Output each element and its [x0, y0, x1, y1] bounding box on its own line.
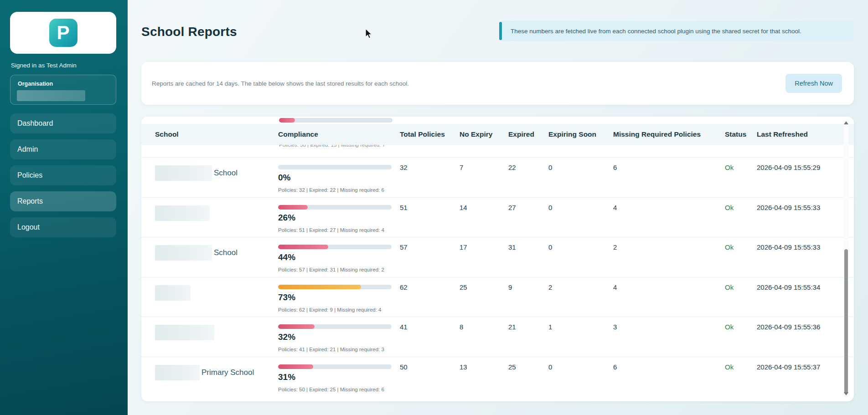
- last-refreshed-value: 2026-04-09 15:55:37: [757, 357, 830, 371]
- compliance-bar-track: [278, 285, 392, 289]
- refresh-now-button[interactable]: Refresh Now: [785, 74, 842, 93]
- total-policies-value: 62: [400, 277, 460, 291]
- expiring-soon-value: 0: [548, 158, 613, 171]
- compliance-cell: 0% Policies: 32 | Expired: 22 | Missing …: [278, 158, 400, 193]
- school-name-suffix[interactable]: Primary School: [202, 365, 254, 380]
- table-scrollbar[interactable]: [843, 119, 849, 397]
- compliance-cell: 31% Policies: 50 | Expired: 25 | Missing…: [278, 357, 400, 392]
- compliance-bar-fill: [278, 364, 313, 369]
- no-expiry-value: 14: [460, 198, 508, 211]
- table-row: 73% Policies: 62 | Expired: 9 | Missing …: [141, 277, 854, 317]
- school-cell[interactable]: School: [155, 237, 278, 261]
- table-row: School 44% Policies: 57 | Expired: 31 | …: [141, 237, 854, 277]
- sidebar-item-policies[interactable]: Policies: [10, 165, 116, 185]
- scrollbar-down-arrow-icon[interactable]: [844, 392, 848, 395]
- compliance-caption: Policies: 32 | Expired: 22 | Missing req…: [278, 187, 400, 193]
- expired-value: 22: [508, 158, 548, 171]
- school-name-suffix[interactable]: School: [214, 165, 238, 181]
- compliance-bar-track: [278, 245, 392, 249]
- organisation-value-redacted: [17, 90, 85, 101]
- sidebar-item-reports[interactable]: Reports: [10, 191, 116, 211]
- partial-row-caption-clipped: Policies: 58 | Expired: 15 | Missing req…: [279, 145, 470, 150]
- missing-required-value: 3: [613, 317, 725, 331]
- col-header-expiring-soon: Expiring Soon: [548, 130, 613, 138]
- sidebar-item-admin[interactable]: Admin: [10, 139, 116, 159]
- expired-value: 9: [508, 277, 548, 291]
- expired-value: 21: [508, 317, 548, 331]
- last-refreshed-value: 2026-04-09 15:55:33: [757, 237, 830, 251]
- status-badge: Ok: [725, 277, 757, 291]
- scrollbar-thumb[interactable]: [844, 249, 848, 394]
- callout-accent-bar: [499, 22, 502, 40]
- status-badge: Ok: [725, 317, 757, 331]
- cache-info-card: Reports are cached for 14 days. The tabl…: [141, 62, 854, 105]
- compliance-bar-fill: [278, 205, 308, 210]
- total-policies-value: 32: [400, 158, 460, 171]
- table-row: 26% Policies: 51 | Expired: 27 | Missing…: [141, 197, 854, 237]
- status-badge: Ok: [725, 357, 757, 371]
- sidebar-item-logout[interactable]: Logout: [10, 217, 116, 237]
- school-cell[interactable]: School: [155, 158, 278, 181]
- partial-row-compliance-bar-track: [279, 118, 393, 123]
- table-row: School 0% Policies: 32 | Expired: 22 | M…: [141, 157, 854, 197]
- compliance-percent: 32%: [278, 332, 400, 342]
- info-callout: These numbers are fetched live from each…: [501, 21, 853, 41]
- redacted-school-name: [155, 205, 210, 221]
- last-refreshed-value: 2026-04-09 15:55:33: [757, 198, 830, 211]
- no-expiry-value: 7: [460, 158, 508, 171]
- last-refreshed-value: 2026-04-09 15:55:34: [757, 277, 830, 291]
- compliance-caption: Policies: 51 | Expired: 27 | Missing req…: [278, 227, 400, 233]
- school-name-suffix[interactable]: School: [214, 245, 238, 261]
- status-badge: Ok: [725, 237, 757, 251]
- compliance-cell: 26% Policies: 51 | Expired: 27 | Missing…: [278, 198, 400, 233]
- organisation-label: Organisation: [18, 81, 53, 87]
- compliance-caption: Policies: 57 | Expired: 31 | Missing req…: [278, 267, 400, 272]
- reports-table-card: School Compliance Total Policies No Expi…: [141, 117, 854, 401]
- main-content: School Reports These numbers are fetched…: [128, 0, 868, 415]
- col-header-no-expiry: No Expiry: [460, 130, 508, 138]
- compliance-percent: 73%: [278, 292, 400, 302]
- no-expiry-value: 17: [460, 237, 508, 251]
- last-refreshed-value: 2026-04-09 15:55:29: [757, 158, 830, 171]
- compliance-bar-fill: [278, 285, 361, 289]
- compliance-caption: Policies: 50 | Expired: 25 | Missing req…: [278, 387, 400, 392]
- partial-row-compliance-bar-fill: [279, 118, 295, 123]
- expiring-soon-value: 1: [548, 317, 613, 331]
- compliance-bar-track: [278, 165, 392, 169]
- school-cell[interactable]: Primary School: [155, 357, 278, 380]
- logo-card: P: [10, 12, 116, 54]
- missing-required-value: 6: [613, 357, 725, 371]
- cache-info-text: Reports are cached for 14 days. The tabl…: [152, 80, 409, 87]
- last-refreshed-value: 2026-04-09 15:55:36: [757, 317, 830, 331]
- compliance-bar-fill: [278, 324, 315, 329]
- page-title: School Reports: [141, 25, 237, 39]
- school-cell[interactable]: [155, 198, 278, 221]
- compliance-cell: 73% Policies: 62 | Expired: 9 | Missing …: [278, 277, 400, 313]
- no-expiry-value: 25: [460, 277, 508, 291]
- no-expiry-value: 13: [460, 357, 508, 371]
- app-logo-icon: P: [49, 19, 78, 47]
- col-header-total-policies: Total Policies: [400, 130, 460, 138]
- compliance-percent: 26%: [278, 213, 400, 223]
- sidebar: P Signed in as Test Admin Organisation D…: [0, 0, 128, 415]
- missing-required-value: 4: [613, 198, 725, 211]
- table-row: Primary School 31% Policies: 50 | Expire…: [141, 357, 854, 397]
- scrollbar-up-arrow-icon[interactable]: [844, 121, 848, 124]
- col-header-last-refreshed: Last Refreshed: [757, 130, 830, 138]
- sidebar-item-dashboard[interactable]: Dashboard: [10, 113, 116, 133]
- col-header-missing-required: Missing Required Policies: [613, 130, 725, 138]
- school-cell[interactable]: [155, 317, 278, 340]
- redacted-school-name: [155, 365, 200, 380]
- expired-value: 31: [508, 237, 548, 251]
- table-body: School 0% Policies: 32 | Expired: 22 | M…: [141, 157, 854, 396]
- compliance-cell: 32% Policies: 41 | Expired: 21 | Missing…: [278, 317, 400, 352]
- col-header-school: School: [155, 130, 278, 138]
- redacted-school-name: [155, 325, 214, 340]
- total-policies-value: 51: [400, 198, 460, 211]
- compliance-caption: Policies: 41 | Expired: 21 | Missing req…: [278, 347, 400, 352]
- total-policies-value: 41: [400, 317, 460, 331]
- compliance-percent: 31%: [278, 372, 400, 382]
- school-cell[interactable]: [155, 277, 278, 301]
- status-badge: Ok: [725, 158, 757, 171]
- total-policies-value: 57: [400, 237, 460, 251]
